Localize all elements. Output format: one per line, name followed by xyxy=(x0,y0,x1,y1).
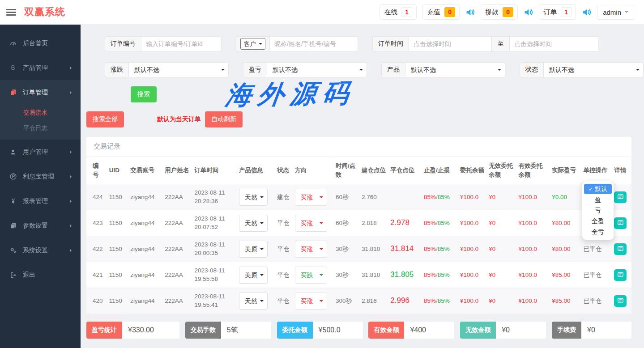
table-row: 424 1150 ziyang44 222AA 2023-08-1120:28:… xyxy=(86,184,631,210)
summary-value: ¥400 xyxy=(404,322,454,339)
time-from-input[interactable] xyxy=(409,36,492,51)
search-button[interactable]: 搜索 xyxy=(131,86,157,102)
cell-status: 平仓 xyxy=(275,288,292,314)
product-filter: 产品 默认不选 xyxy=(381,62,505,77)
product-select[interactable]: 美原油 xyxy=(239,267,268,284)
direction-select[interactable]: 买涨 xyxy=(295,293,327,310)
panel-title: 交易记录 xyxy=(86,137,631,157)
search-all-button[interactable]: 搜索全部 xyxy=(86,111,124,127)
sidebar-item-reports[interactable]: 报表管理 xyxy=(0,189,81,213)
control-menu-option[interactable]: 盈 xyxy=(584,195,612,205)
cell-uid: 1150 xyxy=(107,210,128,236)
stat-label: 充值 xyxy=(427,8,440,17)
sidebar-subitem-label: 交易流水 xyxy=(23,109,47,117)
cell-invalid-entrust: ¥0 xyxy=(486,184,516,210)
auto-refresh-button[interactable]: 自动刷新 xyxy=(205,111,243,127)
cell-account: ziyang44 xyxy=(128,184,162,210)
sidebar-item-interest[interactable]: 利息宝管理 xyxy=(0,164,81,189)
time-to-input[interactable] xyxy=(509,36,599,51)
customer-type-addon: 客户 xyxy=(236,36,269,51)
direction-select-wrap: 买涨 xyxy=(295,215,327,232)
customer-keyword-input[interactable] xyxy=(269,36,358,51)
product-select-wrap: 天然气 xyxy=(239,189,268,206)
sidebar: 后台首页 产品管理 订单管理交易流水平仓日志 用户管理 利息宝管理 报表管理 参… xyxy=(0,25,81,348)
status-filter-select[interactable]: 默认不选 xyxy=(543,62,644,77)
detail-button[interactable] xyxy=(614,191,627,203)
column-header: 止盈/止损 xyxy=(422,157,458,184)
detail-button[interactable] xyxy=(614,295,627,307)
cell-account: ziyang44 xyxy=(128,288,162,314)
logout-icon xyxy=(9,272,17,279)
product-select[interactable]: 天然气 xyxy=(239,293,268,310)
customer-filter: 客户 xyxy=(236,36,358,51)
cell-stop: 85%/85% xyxy=(422,288,458,314)
product-select[interactable]: 美原油 xyxy=(239,241,268,258)
customer-type-select[interactable]: 客户 xyxy=(240,38,265,50)
detail-button[interactable] xyxy=(614,217,627,229)
trade-records-panel: 交易记录 编号UID交易账号用户姓名订单时间产品信息状态方向时间/点数建仓点位平… xyxy=(86,137,631,314)
summary-chip-entrust-amount: 委托金额 ¥500.0 xyxy=(277,322,363,339)
time-to-label: 至 xyxy=(492,36,509,51)
control-menu-option[interactable]: ✓默认 xyxy=(584,184,612,194)
sidebar-item-logout[interactable]: 退出 xyxy=(0,263,81,287)
control-menu-option[interactable]: 亏 xyxy=(584,205,612,216)
speaker-icon[interactable] xyxy=(465,8,475,17)
direction-select[interactable]: 买涨 xyxy=(295,189,327,206)
cell-profit: ¥80.00 xyxy=(550,210,581,236)
product-select[interactable]: 天然气 xyxy=(239,215,268,232)
chevron-right-icon xyxy=(70,150,73,154)
detail-button[interactable] xyxy=(614,243,627,255)
cell-order-id: 423 xyxy=(86,210,107,236)
hamburger-menu-icon[interactable] xyxy=(6,8,16,17)
sidebar-item-system[interactable]: 系统设置 xyxy=(0,238,81,263)
product-select-wrap: 美原油 xyxy=(239,241,268,258)
profit-filter-select[interactable]: 默认不选 xyxy=(267,62,367,77)
sidebar-item-home[interactable]: 后台首页 xyxy=(0,31,81,55)
sidebar-item-products[interactable]: 产品管理 xyxy=(0,55,81,80)
column-header: UID xyxy=(107,157,128,184)
speaker-icon[interactable] xyxy=(582,8,591,17)
direction-select-wrap: 买涨 xyxy=(295,241,327,258)
sidebar-item-users[interactable]: 用户管理 xyxy=(0,140,81,164)
cell-valid-entrust: ¥100.0 xyxy=(516,288,550,314)
sidebar-item-params[interactable]: 参数设置 xyxy=(0,213,81,238)
product-filter-label: 产品 xyxy=(381,62,405,77)
cell-username: 222AA xyxy=(162,262,192,288)
sidebar-subitem-close-log[interactable]: 平仓日志 xyxy=(0,120,81,136)
control-menu-option[interactable]: 全亏 xyxy=(584,227,612,237)
chevron-right-icon xyxy=(70,175,73,178)
direction-select[interactable]: 买涨 xyxy=(295,215,327,232)
order-no-input[interactable] xyxy=(141,36,222,51)
summary-chip-profit-total: 盈亏统计 ¥330.00 xyxy=(86,322,179,339)
admin-user-menu[interactable]: admin xyxy=(597,5,634,20)
column-header: 无效委托余额 xyxy=(486,157,516,184)
control-option-label: 默认 xyxy=(595,185,607,193)
cell-profit: ¥85.00 xyxy=(550,262,581,288)
detail-button[interactable] xyxy=(614,269,627,281)
cell-duration: 60秒 xyxy=(333,184,359,210)
cell-account: ziyang44 xyxy=(128,236,162,262)
sidebar-subitem-trade-flow[interactable]: 交易流水 xyxy=(0,105,81,120)
product-filter-select[interactable]: 默认不选 xyxy=(405,62,505,77)
summary-value: ¥500.0 xyxy=(313,322,363,339)
cell-order-id: 424 xyxy=(86,184,107,210)
status-filter: 状态 默认不选 xyxy=(520,62,644,77)
profit-filter: 盈亏 默认不选 xyxy=(243,62,367,77)
summary-label: 有效金额 xyxy=(368,322,404,339)
product-select[interactable]: 天然气 xyxy=(239,189,268,206)
updown-filter: 涨跌 默认不选 xyxy=(105,62,229,77)
control-option-label: 盈 xyxy=(595,196,601,204)
table-row: 422 1150 ziyang44 222AA 2023-08-1120:00:… xyxy=(86,236,631,262)
admin-username: admin xyxy=(603,8,621,16)
main-content: 订单编号 客户 订单时间 至 涨跌 默认不选盈亏 默认不选产品 默认不选状态 默… xyxy=(81,25,644,348)
updown-filter-select[interactable]: 默认不选 xyxy=(128,62,229,77)
direction-select[interactable]: 买涨 xyxy=(295,241,327,258)
order-no-filter: 订单编号 xyxy=(105,36,222,51)
summary-chip-fee: 手续费 ¥0 xyxy=(552,322,631,339)
control-menu-option[interactable]: 全盈 xyxy=(584,216,612,226)
summary-label: 交易手数 xyxy=(185,322,221,339)
sidebar-item-orders[interactable]: 订单管理 xyxy=(0,80,81,105)
direction-select[interactable]: 买跌 xyxy=(295,267,327,284)
cell-open-point: 2.816 xyxy=(359,288,388,314)
speaker-icon[interactable] xyxy=(524,8,533,17)
